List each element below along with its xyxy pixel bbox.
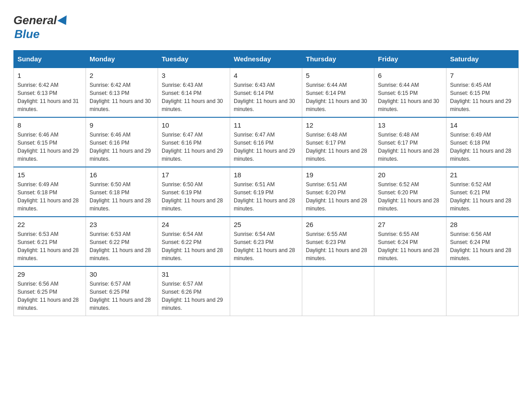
day-info: Sunrise: 6:46 AMSunset: 6:16 PMDaylight:… [90, 131, 154, 163]
day-info: Sunrise: 6:49 AMSunset: 6:18 PMDaylight:… [17, 180, 82, 213]
calendar-cell: 28Sunrise: 6:56 AMSunset: 6:24 PMDayligh… [446, 217, 519, 266]
day-number: 14 [450, 121, 515, 129]
day-number: 6 [378, 72, 442, 79]
day-info: Sunrise: 6:52 AMSunset: 6:21 PMDaylight:… [450, 180, 515, 213]
day-info: Sunrise: 6:53 AMSunset: 6:22 PMDaylight:… [90, 230, 154, 262]
logo-general-text: General [13, 13, 57, 27]
day-number: 5 [306, 72, 370, 79]
day-info: Sunrise: 6:46 AMSunset: 6:15 PMDaylight:… [17, 131, 82, 163]
day-number: 10 [162, 121, 226, 129]
calendar-week-row: 29Sunrise: 6:56 AMSunset: 6:25 PMDayligh… [14, 266, 519, 316]
day-info: Sunrise: 6:42 AMSunset: 6:13 PMDaylight:… [90, 81, 154, 113]
calendar-table: SundayMondayTuesdayWednesdayThursdayFrid… [13, 50, 519, 316]
calendar-cell: 18Sunrise: 6:51 AMSunset: 6:19 PMDayligh… [230, 167, 302, 217]
day-number: 31 [162, 270, 226, 278]
day-info: Sunrise: 6:44 AMSunset: 6:15 PMDaylight:… [378, 81, 442, 113]
weekday-header-friday: Friday [374, 51, 446, 68]
calendar-cell: 3Sunrise: 6:43 AMSunset: 6:14 PMDaylight… [158, 68, 230, 117]
day-info: Sunrise: 6:43 AMSunset: 6:14 PMDaylight:… [162, 81, 226, 113]
day-number: 20 [378, 171, 442, 179]
day-number: 24 [162, 221, 226, 228]
day-info: Sunrise: 6:48 AMSunset: 6:17 PMDaylight:… [306, 131, 370, 163]
day-number: 27 [378, 221, 442, 228]
day-number: 13 [378, 121, 442, 129]
logo: General Blue [13, 13, 69, 41]
day-number: 18 [234, 171, 298, 179]
day-info: Sunrise: 6:54 AMSunset: 6:23 PMDaylight:… [234, 230, 298, 262]
day-number: 12 [306, 121, 370, 129]
day-info: Sunrise: 6:48 AMSunset: 6:17 PMDaylight:… [378, 131, 442, 163]
day-number: 29 [17, 270, 82, 278]
day-number: 17 [162, 171, 226, 179]
calendar-cell: 2Sunrise: 6:42 AMSunset: 6:13 PMDaylight… [86, 68, 158, 117]
weekday-header-tuesday: Tuesday [158, 51, 230, 68]
day-number: 9 [90, 121, 154, 129]
calendar-cell: 17Sunrise: 6:50 AMSunset: 6:19 PMDayligh… [158, 167, 230, 217]
day-info: Sunrise: 6:56 AMSunset: 6:24 PMDaylight:… [450, 230, 515, 262]
day-info: Sunrise: 6:49 AMSunset: 6:18 PMDaylight:… [450, 131, 515, 163]
day-number: 22 [17, 221, 82, 228]
page-header: General Blue [13, 13, 519, 41]
calendar-cell: 29Sunrise: 6:56 AMSunset: 6:25 PMDayligh… [14, 266, 86, 316]
calendar-cell: 1Sunrise: 6:42 AMSunset: 6:13 PMDaylight… [14, 68, 86, 117]
weekday-header-monday: Monday [86, 51, 158, 68]
day-info: Sunrise: 6:57 AMSunset: 6:26 PMDaylight:… [162, 280, 226, 312]
day-info: Sunrise: 6:50 AMSunset: 6:18 PMDaylight:… [90, 180, 154, 213]
day-info: Sunrise: 6:54 AMSunset: 6:22 PMDaylight:… [162, 230, 226, 262]
day-info: Sunrise: 6:47 AMSunset: 6:16 PMDaylight:… [234, 131, 298, 163]
day-info: Sunrise: 6:55 AMSunset: 6:23 PMDaylight:… [306, 230, 370, 262]
day-info: Sunrise: 6:44 AMSunset: 6:14 PMDaylight:… [306, 81, 370, 113]
day-number: 21 [450, 171, 515, 179]
day-info: Sunrise: 6:56 AMSunset: 6:25 PMDaylight:… [17, 280, 82, 312]
calendar-cell: 26Sunrise: 6:55 AMSunset: 6:23 PMDayligh… [302, 217, 374, 266]
day-info: Sunrise: 6:51 AMSunset: 6:19 PMDaylight:… [234, 180, 298, 213]
calendar-cell: 13Sunrise: 6:48 AMSunset: 6:17 PMDayligh… [374, 117, 446, 167]
calendar-cell: 19Sunrise: 6:51 AMSunset: 6:20 PMDayligh… [302, 167, 374, 217]
day-info: Sunrise: 6:45 AMSunset: 6:15 PMDaylight:… [450, 81, 515, 113]
day-number: 4 [234, 72, 298, 79]
day-info: Sunrise: 6:55 AMSunset: 6:24 PMDaylight:… [378, 230, 442, 262]
day-number: 8 [17, 121, 82, 129]
calendar-cell: 6Sunrise: 6:44 AMSunset: 6:15 PMDaylight… [374, 68, 446, 117]
calendar-cell: 22Sunrise: 6:53 AMSunset: 6:21 PMDayligh… [14, 217, 86, 266]
calendar-cell: 14Sunrise: 6:49 AMSunset: 6:18 PMDayligh… [446, 117, 519, 167]
day-info: Sunrise: 6:52 AMSunset: 6:20 PMDaylight:… [378, 180, 442, 213]
weekday-header-wednesday: Wednesday [230, 51, 302, 68]
calendar-cell: 27Sunrise: 6:55 AMSunset: 6:24 PMDayligh… [374, 217, 446, 266]
calendar-cell: 7Sunrise: 6:45 AMSunset: 6:15 PMDaylight… [446, 68, 519, 117]
calendar-cell: 30Sunrise: 6:57 AMSunset: 6:25 PMDayligh… [86, 266, 158, 316]
calendar-week-row: 22Sunrise: 6:53 AMSunset: 6:21 PMDayligh… [14, 217, 519, 266]
day-number: 25 [234, 221, 298, 228]
logo-blue-text: Blue [14, 27, 39, 41]
calendar-cell [230, 266, 302, 316]
day-number: 7 [450, 72, 515, 79]
day-info: Sunrise: 6:42 AMSunset: 6:13 PMDaylight:… [17, 81, 82, 113]
day-info: Sunrise: 6:43 AMSunset: 6:14 PMDaylight:… [234, 81, 298, 113]
calendar-cell: 25Sunrise: 6:54 AMSunset: 6:23 PMDayligh… [230, 217, 302, 266]
calendar-cell: 12Sunrise: 6:48 AMSunset: 6:17 PMDayligh… [302, 117, 374, 167]
calendar-cell: 10Sunrise: 6:47 AMSunset: 6:16 PMDayligh… [158, 117, 230, 167]
calendar-cell: 31Sunrise: 6:57 AMSunset: 6:26 PMDayligh… [158, 266, 230, 316]
calendar-cell [446, 266, 519, 316]
calendar-cell: 15Sunrise: 6:49 AMSunset: 6:18 PMDayligh… [14, 167, 86, 217]
day-number: 11 [234, 121, 298, 129]
day-info: Sunrise: 6:50 AMSunset: 6:19 PMDaylight:… [162, 180, 226, 213]
calendar-cell: 9Sunrise: 6:46 AMSunset: 6:16 PMDaylight… [86, 117, 158, 167]
day-number: 30 [90, 270, 154, 278]
weekday-header-sunday: Sunday [14, 51, 86, 68]
weekday-header-thursday: Thursday [302, 51, 374, 68]
day-number: 2 [90, 72, 154, 79]
day-number: 1 [17, 72, 82, 79]
calendar-cell: 20Sunrise: 6:52 AMSunset: 6:20 PMDayligh… [374, 167, 446, 217]
day-number: 26 [306, 221, 370, 228]
calendar-cell: 4Sunrise: 6:43 AMSunset: 6:14 PMDaylight… [230, 68, 302, 117]
calendar-cell [374, 266, 446, 316]
day-number: 3 [162, 72, 226, 79]
calendar-cell: 11Sunrise: 6:47 AMSunset: 6:16 PMDayligh… [230, 117, 302, 167]
calendar-cell: 5Sunrise: 6:44 AMSunset: 6:14 PMDaylight… [302, 68, 374, 117]
logo-arrow-icon [57, 15, 71, 28]
calendar-cell: 24Sunrise: 6:54 AMSunset: 6:22 PMDayligh… [158, 217, 230, 266]
day-number: 16 [90, 171, 154, 179]
calendar-cell: 21Sunrise: 6:52 AMSunset: 6:21 PMDayligh… [446, 167, 519, 217]
day-number: 19 [306, 171, 370, 179]
